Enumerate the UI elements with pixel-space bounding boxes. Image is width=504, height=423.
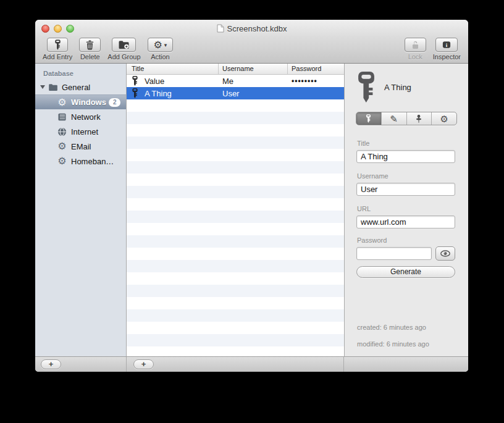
column-header-password[interactable]: Password <box>288 64 344 74</box>
bottom-bar: + + <box>35 356 468 372</box>
created-timestamp: created: 6 minutes ago <box>357 324 426 331</box>
document-proxy-icon[interactable] <box>217 24 224 33</box>
gear-icon: ⚙ <box>440 114 448 124</box>
chevron-down-icon: ▾ <box>164 42 167 48</box>
key-icon <box>356 72 377 103</box>
add-entry-button[interactable] <box>47 38 68 52</box>
sidebar-item-label: General <box>62 83 90 92</box>
key-icon <box>132 76 138 86</box>
table-empty-row <box>127 334 344 346</box>
entry-table: Title Username Password Value Me •••••••… <box>127 64 345 356</box>
minimize-button[interactable] <box>54 25 62 33</box>
table-empty-row <box>127 272 344 285</box>
entry-username: User <box>219 89 288 98</box>
sidebar-item-email[interactable]: ⚙ EMail <box>35 139 126 154</box>
table-header: Title Username Password <box>127 64 344 75</box>
gear-icon: ⚙ <box>57 156 67 166</box>
lock-open-icon <box>411 40 420 49</box>
password-field[interactable] <box>356 247 432 260</box>
close-button[interactable] <box>41 25 49 33</box>
sidebar-section-header: Database <box>35 67 126 80</box>
toolbar-item-delete[interactable]: Delete <box>79 38 101 61</box>
action-button[interactable]: ⚙ ▾ <box>148 38 174 52</box>
sidebar-item-windows[interactable]: ⚙ Windows 2 <box>35 94 126 109</box>
table-empty-row <box>127 99 344 112</box>
inspector-footer <box>344 357 468 372</box>
pencil-icon: ✎ <box>390 114 398 124</box>
table-empty-row <box>127 124 344 136</box>
inspector-button[interactable]: i <box>435 38 458 52</box>
sidebar-item-homebanking[interactable]: ⚙ Homeban… <box>35 154 126 169</box>
lock-button <box>405 38 426 52</box>
trash-icon <box>85 40 94 50</box>
key-icon <box>54 40 61 50</box>
title-field[interactable] <box>356 150 455 163</box>
username-field[interactable] <box>356 183 455 196</box>
gear-icon: ⚙ <box>57 98 67 107</box>
table-empty-row <box>127 309 344 322</box>
info-icon: i <box>442 40 452 49</box>
table-empty-row <box>127 223 344 235</box>
generate-password-button[interactable]: Generate <box>356 266 455 278</box>
sidebar-item-general[interactable]: General <box>35 80 126 94</box>
url-field-label: URL <box>357 205 371 212</box>
tab-general-key[interactable] <box>356 112 381 125</box>
table-empty-row <box>127 174 344 186</box>
entry-password-dots: •••••••• <box>288 77 344 85</box>
table-empty-row <box>127 235 344 248</box>
zoom-button[interactable] <box>66 25 74 33</box>
tab-attachments-pin[interactable] <box>406 112 432 125</box>
app-window: Screenshot.kdbx Add Entry <box>35 20 468 372</box>
gear-icon: ⚙ <box>57 141 67 151</box>
title-field-label: Title <box>357 140 369 147</box>
disclosure-triangle-icon[interactable] <box>40 85 45 89</box>
column-header-username[interactable]: Username <box>219 64 288 74</box>
sidebar-item-network[interactable]: Network <box>35 109 126 124</box>
group-sidebar: Database General ⚙ Windows 2 <box>35 64 127 356</box>
entry-title: Value <box>145 77 164 86</box>
toolbar-item-action[interactable]: ⚙ ▾ Action <box>148 38 174 61</box>
table-empty-row <box>127 149 344 161</box>
inspector-entry-title: A Thing <box>384 83 411 92</box>
table-empty-row <box>127 248 344 260</box>
table-empty-row <box>127 260 344 272</box>
reveal-password-button[interactable] <box>435 246 455 261</box>
table-row-value[interactable]: Value Me •••••••• <box>127 75 344 87</box>
key-icon <box>132 88 138 98</box>
table-row-a-thing[interactable]: A Thing User <box>127 87 344 99</box>
delete-button[interactable] <box>79 38 101 52</box>
window-chrome: Screenshot.kdbx Add Entry <box>35 20 468 64</box>
entry-count-badge: 2 <box>109 98 120 107</box>
add-group-plus-button[interactable]: + <box>41 359 61 369</box>
table-empty-row <box>127 211 344 223</box>
entry-title: A Thing <box>145 89 172 98</box>
titlebar[interactable]: Screenshot.kdbx <box>35 20 468 37</box>
toolbar-item-add-entry[interactable]: Add Entry <box>43 38 72 61</box>
table-empty-row <box>127 297 344 309</box>
table-empty-row <box>127 112 344 124</box>
table-body: Value Me •••••••• A Thing User <box>127 75 344 356</box>
inspector-tabs: ✎ ⚙ <box>356 112 457 125</box>
globe-icon <box>57 127 67 136</box>
sidebar-footer: + <box>35 357 127 372</box>
folder-icon <box>48 83 58 91</box>
sidebar-item-label: Internet <box>71 127 98 136</box>
toolbar-item-add-group[interactable]: Add Group <box>107 38 140 61</box>
gear-icon: ⚙ <box>154 40 162 50</box>
sidebar-item-internet[interactable]: Internet <box>35 124 126 139</box>
inspector-panel: A Thing ✎ <box>345 64 468 356</box>
url-field[interactable] <box>356 216 455 228</box>
add-group-button[interactable] <box>112 38 136 52</box>
sidebar-item-label: Homeban… <box>71 157 114 166</box>
tab-notes-pencil[interactable]: ✎ <box>381 112 406 125</box>
sidebar-item-label: Network <box>71 112 101 122</box>
table-empty-row <box>127 198 344 211</box>
toolbar-item-inspector[interactable]: i Inspector <box>433 38 461 61</box>
tab-settings-gear[interactable]: ⚙ <box>431 112 456 125</box>
pin-icon <box>414 114 423 124</box>
table-empty-row <box>127 136 344 149</box>
window-title: Screenshot.kdbx <box>227 24 287 33</box>
add-entry-plus-button[interactable]: + <box>133 359 154 369</box>
folder-plus-icon <box>118 40 130 49</box>
column-header-title[interactable]: Title <box>127 64 219 74</box>
